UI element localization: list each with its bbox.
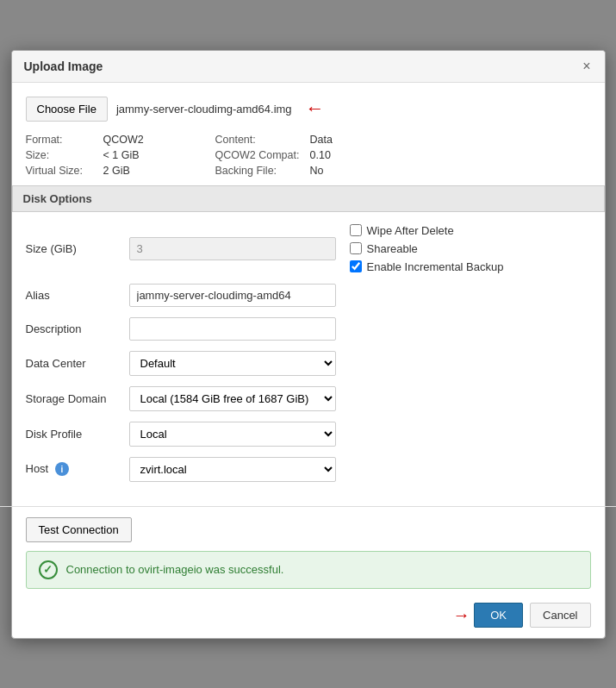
host-select[interactable]: zvirt.local <box>129 457 336 482</box>
alias-row: Alias → <box>26 284 591 307</box>
host-label: Host i <box>26 462 129 477</box>
enable-incremental-backup-checkbox[interactable] <box>350 260 362 272</box>
shareable-row: Shareable <box>350 242 504 255</box>
qcow2-compat-label: QCOW2 Compat: <box>215 149 310 161</box>
dialog-body: Choose File jammy-server-cloudimg-amd64.… <box>12 83 605 506</box>
data-center-label: Data Center <box>26 357 129 370</box>
disk-options-section-header: Disk Options <box>12 185 605 212</box>
ok-button[interactable]: OK <box>474 603 523 628</box>
file-chooser-row: Choose File jammy-server-cloudimg-amd64.… <box>26 97 591 122</box>
description-row: Description <box>26 317 591 341</box>
enable-incremental-backup-row: Enable Incremental Backup <box>350 260 504 273</box>
content-label: Content: <box>215 134 310 146</box>
disk-profile-row: Disk Profile Local <box>26 422 591 447</box>
dialog-header: Upload Image × <box>12 51 605 83</box>
description-label: Description <box>26 322 129 335</box>
alias-label: Alias <box>26 289 129 302</box>
format-value: QCOW2 <box>103 134 215 146</box>
storage-domain-select[interactable]: Local (1584 GiB free of 1687 GiB) <box>129 386 336 411</box>
size-input[interactable] <box>129 237 336 260</box>
shareable-checkbox[interactable] <box>350 242 362 254</box>
size-label: Size: <box>26 149 103 161</box>
size-row: Size (GiB) Wipe After Delete Shareable <box>26 224 591 273</box>
virtual-size-value: 2 GiB <box>103 165 215 177</box>
size-input-area: Wipe After Delete Shareable Enable Incre… <box>129 224 504 273</box>
file-arrow-icon: ← <box>306 97 325 120</box>
backing-file-label: Backing File: <box>215 165 310 177</box>
qcow2-compat-value: 0.10 <box>310 149 379 161</box>
close-button[interactable]: × <box>581 59 592 73</box>
format-label: Format: <box>26 134 103 146</box>
host-info-icon[interactable]: i <box>55 462 69 476</box>
success-message: Connection to ovirt-imageio was successf… <box>66 563 284 576</box>
storage-domain-row: Storage Domain Local (1584 GiB free of 1… <box>26 386 591 411</box>
file-name-display: jammy-server-cloudimg-amd64.img <box>116 103 292 116</box>
dialog-title: Upload Image <box>24 59 103 73</box>
wipe-after-delete-label: Wipe After Delete <box>367 224 454 237</box>
size-value: < 1 GiB <box>103 149 215 161</box>
data-center-row: Data Center Default <box>26 351 591 376</box>
storage-domain-label: Storage Domain <box>26 392 129 405</box>
ok-arrow-icon: → <box>453 605 470 625</box>
virtual-size-label: Virtual Size: <box>26 165 103 177</box>
test-connection-button[interactable]: Test Connection <box>26 517 132 542</box>
disk-options-form: Size (GiB) Wipe After Delete Shareable <box>26 224 591 482</box>
action-row: → OK Cancel <box>26 597 591 628</box>
disk-profile-label: Disk Profile <box>26 428 129 441</box>
checkboxes-col: Wipe After Delete Shareable Enable Incre… <box>350 224 504 273</box>
upload-image-dialog: Upload Image × Choose File jammy-server-… <box>11 50 606 639</box>
success-icon <box>39 560 58 579</box>
alias-input[interactable] <box>129 284 336 307</box>
cancel-button[interactable]: Cancel <box>530 603 590 628</box>
enable-incremental-backup-label: Enable Incremental Backup <box>367 260 504 273</box>
host-row: Host i zvirt.local <box>26 457 591 482</box>
wipe-after-delete-row: Wipe After Delete <box>350 224 504 237</box>
wipe-after-delete-checkbox[interactable] <box>350 224 362 236</box>
success-banner: Connection to ovirt-imageio was successf… <box>26 551 591 589</box>
dialog-footer: Test Connection Connection to ovirt-imag… <box>12 507 605 638</box>
file-info-grid: Format: QCOW2 Content: Data Size: < 1 Gi… <box>26 134 591 177</box>
description-input[interactable] <box>129 317 336 341</box>
size-label-field: Size (GiB) <box>26 242 129 255</box>
content-value: Data <box>310 134 379 146</box>
disk-profile-select[interactable]: Local <box>129 422 336 447</box>
choose-file-button[interactable]: Choose File <box>26 97 108 122</box>
shareable-label: Shareable <box>367 242 418 255</box>
backing-file-value: No <box>310 165 379 177</box>
data-center-select[interactable]: Default <box>129 351 336 376</box>
